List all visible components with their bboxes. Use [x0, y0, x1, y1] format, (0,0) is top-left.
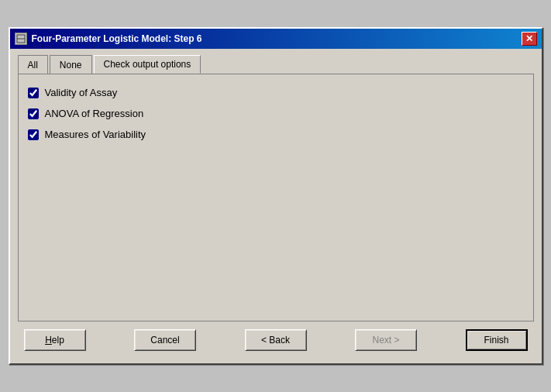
content-area: Validity of Assay ANOVA of Regression Me…	[18, 74, 534, 322]
checkbox-item-measures: Measures of Variability	[28, 129, 524, 140]
checkbox-item-validity: Validity of Assay	[28, 87, 524, 98]
content-spacer	[28, 150, 524, 304]
title-bar: Four-Parameter Logistic Model: Step 6 ✕	[10, 29, 542, 49]
checkbox-measures-label[interactable]: Measures of Variability	[45, 129, 146, 140]
checkbox-anova[interactable]	[28, 108, 39, 119]
checkbox-item-anova: ANOVA of Regression	[28, 108, 524, 119]
tab-check-output[interactable]: Check output options	[94, 55, 201, 74]
checkbox-anova-label[interactable]: ANOVA of Regression	[45, 108, 144, 119]
title-bar-left: Four-Parameter Logistic Model: Step 6	[15, 33, 202, 45]
button-bar: Help Cancel < Back Next > Finish	[18, 322, 534, 356]
window-icon	[15, 33, 27, 45]
next-button[interactable]: Next >	[355, 329, 417, 351]
tab-bar: All None Check output options	[18, 55, 534, 74]
checkbox-validity-label[interactable]: Validity of Assay	[45, 87, 118, 98]
window-title: Four-Parameter Logistic Model: Step 6	[32, 33, 202, 44]
main-window: Four-Parameter Logistic Model: Step 6 ✕ …	[9, 27, 543, 365]
checkbox-validity[interactable]	[28, 88, 39, 98]
tab-all[interactable]: All	[18, 55, 48, 74]
finish-button[interactable]: Finish	[466, 329, 528, 351]
back-button[interactable]: < Back	[245, 329, 307, 351]
help-button[interactable]: Help	[24, 329, 86, 351]
checkbox-measures[interactable]	[28, 129, 39, 140]
cancel-button[interactable]: Cancel	[134, 329, 196, 351]
tab-none[interactable]: None	[50, 55, 92, 74]
window-body: All None Check output options Validity o…	[10, 49, 542, 363]
close-button[interactable]: ✕	[522, 32, 537, 46]
